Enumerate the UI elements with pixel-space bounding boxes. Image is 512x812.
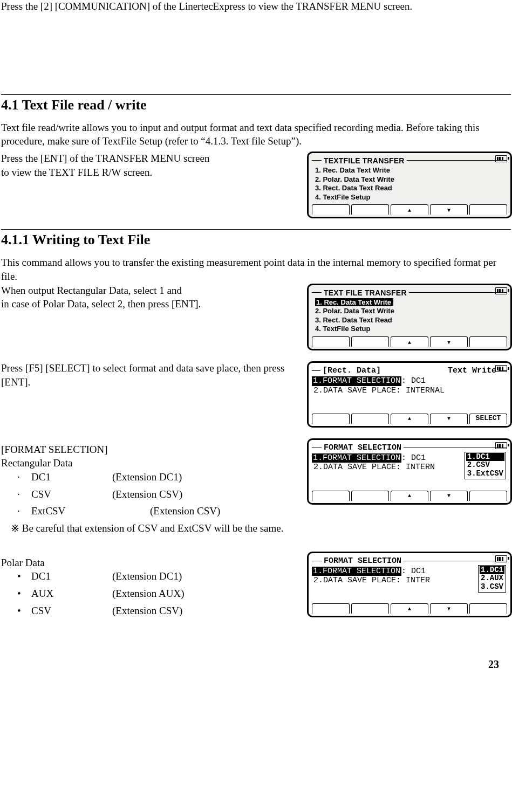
- section-rule: [1, 94, 511, 95]
- softkey-up[interactable]: [391, 336, 428, 347]
- arrow-up-icon: [408, 415, 411, 423]
- popup-item-1[interactable]: 1.DC1: [480, 566, 504, 575]
- row1-value: : DC1: [401, 453, 426, 463]
- lcd-format-selection-polar: FORMAT SELECTION 1.FORMAT SELECTION : DC…: [307, 552, 512, 618]
- softkey-f1[interactable]: [312, 603, 350, 614]
- format-popup: 1.DC1 2.AUX 3.CSV: [478, 565, 506, 593]
- row1-value: : DC1: [401, 567, 426, 576]
- softkey-f2[interactable]: [351, 204, 389, 215]
- polar-data-heading: Polar Data: [1, 556, 297, 570]
- softkey-up[interactable]: [391, 204, 428, 215]
- format-popup: 1.DC1 2.CSV 3.ExtCSV: [465, 452, 506, 479]
- softkey-up[interactable]: [391, 603, 428, 614]
- battery-icon: [495, 365, 507, 372]
- arrow-down-icon: [447, 605, 450, 613]
- sec411-p3: Press [F5] [SELECT] to select format and…: [1, 361, 297, 389]
- rect-item-2: · CSV (Extension CSV): [17, 487, 297, 501]
- menu-item-4[interactable]: 4. TextFile Setup: [315, 193, 507, 202]
- battery-icon: [495, 155, 507, 162]
- sec411-p1: This command allows you to transfer the …: [1, 256, 509, 283]
- polar-item-3: • CSV (Extension CSV): [17, 604, 297, 618]
- intro-paragraph: Press the [2] [COMMUNICATION] of the Lin…: [1, 0, 509, 13]
- sec41-p1: Text file read/write allows you to input…: [1, 121, 509, 148]
- format-selection-heading: [FORMAT SELECTION]: [1, 443, 297, 457]
- softkey-down[interactable]: [430, 491, 468, 501]
- page-number: 23: [0, 631, 512, 676]
- arrow-up-icon: [408, 338, 411, 346]
- row1-value: : DC1: [401, 376, 426, 386]
- menu-item-4[interactable]: 4. TextFile Setup: [315, 325, 507, 333]
- softkey-down[interactable]: [430, 204, 468, 215]
- softkey-f1[interactable]: [312, 414, 350, 424]
- battery-icon: [495, 287, 507, 294]
- lcd-format-selection-rect: FORMAT SELECTION 1.FORMAT SELECTION : DC…: [307, 438, 512, 505]
- arrow-down-icon: [447, 338, 450, 346]
- menu-item-3[interactable]: 3. Rect. Data Text Read: [315, 316, 507, 325]
- popup-item-2[interactable]: 2.AUX: [480, 574, 504, 583]
- lcd-title-left: [Rect. Data]: [323, 366, 381, 375]
- softkey-f5[interactable]: [469, 336, 507, 347]
- lcd-title-right: Text Write: [448, 366, 496, 375]
- row1-label[interactable]: 1.FORMAT SELECTION: [312, 376, 401, 386]
- softkey-down[interactable]: [430, 414, 468, 424]
- softkey-f2[interactable]: [351, 336, 389, 347]
- lcd-title: TEXT FILE TRANSFER: [324, 288, 407, 297]
- battery-icon: [495, 442, 507, 449]
- arrow-down-icon: [447, 206, 450, 214]
- softkey-f1[interactable]: [312, 204, 350, 215]
- sec41-p2a: Press the [ENT] of the TRANSFER MENU scr…: [1, 152, 297, 166]
- menu-item-2[interactable]: 2. Polar. Data Text Write: [315, 307, 507, 315]
- arrow-down-icon: [447, 415, 450, 423]
- menu-item-2[interactable]: 2. Polar. Data Text Write: [315, 175, 507, 184]
- row2-value: : INTERNAL: [396, 386, 445, 395]
- popup-item-2[interactable]: 2.CSV: [466, 461, 504, 470]
- softkey-f2[interactable]: [351, 491, 389, 501]
- menu-item-3[interactable]: 3. Rect. Data Text Read: [315, 184, 507, 192]
- softkey-up[interactable]: [391, 414, 428, 424]
- row2-value: : INTER: [396, 576, 430, 585]
- softkey-up[interactable]: [391, 491, 428, 501]
- popup-item-3[interactable]: 3.CSV: [480, 583, 504, 591]
- heading-4-1: 4.1 Text File read / write: [1, 97, 512, 113]
- heading-4-1-1: 4.1.1 Writing to Text File: [1, 232, 512, 248]
- row1-label[interactable]: 1.FORMAT SELECTION: [312, 453, 401, 463]
- softkey-f5[interactable]: [469, 204, 507, 215]
- rect-data-heading: Rectangular Data: [1, 456, 297, 470]
- row2-label[interactable]: 2.DATA SAVE PLACE: [312, 576, 396, 585]
- softkey-f5[interactable]: [469, 491, 507, 501]
- rect-item-3: · ExtCSV (Extension CSV): [17, 504, 297, 518]
- lcd-title: FORMAT SELECTION: [324, 556, 401, 566]
- softkey-down[interactable]: [430, 336, 468, 347]
- softkey-f5[interactable]: [469, 603, 507, 614]
- rect-item-1: · DC1 (Extension DC1): [17, 470, 297, 484]
- sec41-p2b: to view the TEXT FILE R/W screen.: [1, 166, 297, 180]
- popup-item-3[interactable]: 3.ExtCSV: [466, 470, 504, 478]
- lcd-textfile-transfer: TEXTFILE TRANSFER 1. Rec. Data Text Writ…: [307, 152, 512, 218]
- softkey-select[interactable]: SELECT: [469, 414, 507, 424]
- softkey-down[interactable]: [430, 603, 468, 614]
- arrow-up-icon: [408, 492, 411, 500]
- battery-icon: [495, 555, 507, 562]
- softkey-f2[interactable]: [351, 414, 389, 424]
- lcd-rect-data-text-write: [Rect. Data] Text Write 1.FORMAT SELECTI…: [307, 361, 512, 428]
- popup-item-1[interactable]: 1.DC1: [466, 453, 504, 462]
- polar-item-1: • DC1 (Extension DC1): [17, 569, 297, 583]
- lcd-textfile-transfer-selected: TEXT FILE TRANSFER 1. Rec. Data Text Wri…: [307, 284, 512, 350]
- row1-label[interactable]: 1.FORMAT SELECTION: [312, 567, 401, 576]
- row2-label[interactable]: 2.DATA SAVE PLACE: [312, 386, 396, 395]
- menu-item-1[interactable]: 1. Rec. Data Text Write: [315, 166, 507, 175]
- row2-value: : INTERN: [396, 463, 435, 472]
- row2-label[interactable]: 2.DATA SAVE PLACE: [312, 463, 396, 472]
- csv-note: ※ Be careful that extension of CSV and E…: [11, 521, 297, 535]
- lcd-title: TEXTFILE TRANSFER: [324, 156, 405, 165]
- softkey-f1[interactable]: [312, 336, 350, 347]
- lcd-title: FORMAT SELECTION: [324, 443, 401, 452]
- arrow-up-icon: [408, 605, 411, 613]
- softkey-f2[interactable]: [351, 603, 389, 614]
- arrow-up-icon: [408, 206, 411, 214]
- polar-item-2: • AUX (Extension AUX): [17, 587, 297, 601]
- menu-item-1-selected[interactable]: 1. Rec. Data Text Write: [315, 298, 393, 307]
- arrow-down-icon: [447, 492, 450, 500]
- sec411-p2b: in case of Polar Data, select 2, then pr…: [1, 297, 297, 311]
- softkey-f1[interactable]: [312, 491, 350, 501]
